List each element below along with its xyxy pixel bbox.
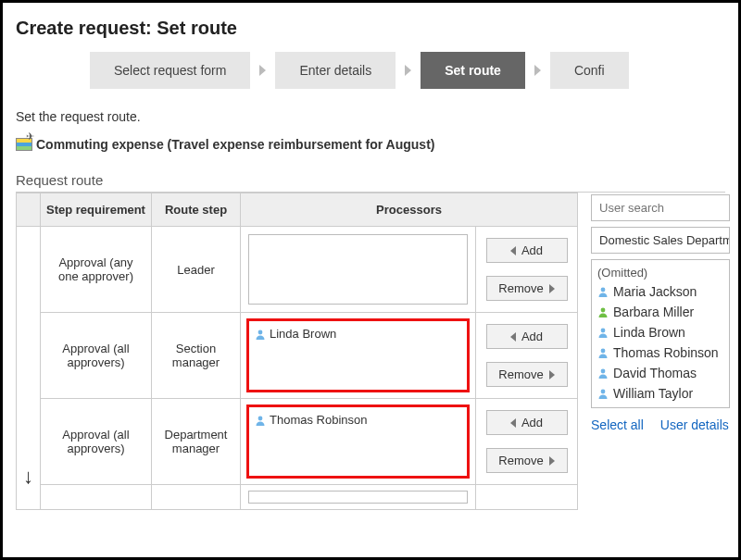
step-requirement: Approval (all approvers): [41, 399, 152, 485]
processors-box[interactable]: Thomas Robinson: [248, 406, 468, 477]
col-header-processors: Processors: [241, 193, 578, 227]
user-icon: [597, 327, 609, 338]
user-name: Maria Jackson: [613, 284, 697, 299]
remove-button[interactable]: Remove: [486, 448, 568, 473]
list-item[interactable]: William Taylor: [597, 383, 723, 404]
remove-button[interactable]: Remove: [486, 362, 568, 387]
user-details-link[interactable]: User details: [660, 417, 729, 432]
processors-box[interactable]: Linda Brown: [248, 320, 468, 391]
svg-point-5: [601, 349, 606, 354]
list-item[interactable]: Linda Brown: [597, 322, 723, 342]
col-header-route-step: Route step: [152, 193, 241, 227]
list-item[interactable]: Barbara Miller: [597, 302, 723, 322]
user-icon: [255, 415, 266, 426]
route-table: Step requirement Route step Processors ↓…: [16, 193, 578, 510]
svg-point-2: [601, 288, 606, 292]
svg-point-7: [601, 390, 606, 394]
add-button[interactable]: Add: [486, 238, 568, 263]
svg-point-1: [258, 416, 263, 420]
svg-point-6: [601, 369, 606, 374]
route-step-name: Leader: [152, 227, 241, 313]
user-icon: [597, 286, 609, 297]
user-icon: [255, 329, 266, 340]
processors-box[interactable]: [248, 234, 468, 305]
add-label: Add: [521, 243, 543, 257]
processors-box[interactable]: [248, 491, 468, 504]
department-select[interactable]: Domestic Sales Departm: [591, 227, 730, 254]
user-name: Barbara Miller: [613, 305, 694, 319]
processor-name: Linda Brown: [270, 327, 336, 341]
svg-point-0: [258, 330, 263, 334]
route-step-name: Department manager: [152, 399, 241, 485]
triangle-left-icon: [510, 246, 516, 255]
user-name: Linda Brown: [613, 325, 685, 340]
user-name: David Thomas: [613, 366, 697, 380]
step-requirement: Approval (any one approver): [41, 227, 152, 313]
remove-label: Remove: [498, 367, 543, 381]
travel-expense-icon: [16, 138, 32, 151]
list-item[interactable]: David Thomas: [597, 363, 723, 383]
processor-name: Thomas Robinson: [270, 413, 368, 427]
user-icon: [597, 306, 609, 317]
route-step-name: Section manager: [152, 313, 241, 399]
user-icon: [597, 367, 609, 379]
remove-label: Remove: [498, 454, 543, 467]
list-item[interactable]: Thomas Robinson: [597, 342, 723, 363]
triangle-left-icon: [510, 418, 516, 428]
step-requirement: Approval (all approvers): [41, 313, 152, 399]
user-list[interactable]: (Omitted) Maria JacksonBarbara MillerLin…: [591, 259, 730, 408]
processor-item[interactable]: Thomas Robinson: [255, 411, 461, 429]
table-row: [17, 485, 578, 510]
select-all-link[interactable]: Select all: [591, 417, 644, 432]
search-input[interactable]: [591, 194, 730, 221]
triangle-right-icon: [549, 370, 555, 380]
chevron-right-icon: [534, 65, 541, 76]
table-row: ↓ Approval (any one approver) Leader Add: [17, 227, 578, 313]
svg-point-3: [601, 308, 606, 313]
flow-arrow-cell: ↓: [17, 227, 41, 510]
user-name: Thomas Robinson: [613, 345, 719, 360]
add-button[interactable]: Add: [486, 410, 568, 435]
user-name: William Taylor: [613, 386, 693, 401]
step-select-form[interactable]: Select request form: [90, 52, 250, 89]
arrow-down-icon: ↓: [23, 465, 33, 489]
user-icon: [597, 347, 609, 358]
request-form-name: Commuting expense (Travel expense reimbu…: [36, 137, 434, 152]
triangle-left-icon: [510, 332, 516, 342]
chevron-right-icon: [405, 65, 411, 76]
col-header-requirement: Step requirement: [41, 193, 152, 227]
step-confirm[interactable]: Confi: [550, 52, 629, 89]
step-enter-details[interactable]: Enter details: [275, 52, 396, 89]
add-label: Add: [521, 330, 543, 343]
table-row: Approval (all approvers) Department mana…: [17, 399, 578, 485]
svg-point-4: [601, 329, 606, 333]
chevron-right-icon: [259, 65, 266, 76]
col-header-blank: [17, 193, 41, 227]
remove-button[interactable]: Remove: [486, 276, 568, 301]
section-heading: Request route: [16, 172, 725, 193]
triangle-right-icon: [549, 456, 555, 466]
remove-label: Remove: [498, 281, 543, 295]
user-icon: [597, 388, 609, 399]
wizard-steps: Select request form Enter details Set ro…: [16, 52, 725, 89]
table-row: Approval (all approvers) Section manager…: [17, 313, 578, 399]
instruction-text: Set the request route.: [16, 109, 725, 124]
page-title: Create request: Set route: [16, 18, 725, 39]
omitted-label: (Omitted): [597, 264, 723, 281]
list-item[interactable]: Maria Jackson: [597, 281, 723, 302]
processor-item[interactable]: Linda Brown: [255, 325, 461, 342]
user-search-panel: Domestic Sales Departm (Omitted) Maria J…: [591, 193, 730, 432]
triangle-right-icon: [549, 284, 555, 293]
add-label: Add: [521, 416, 543, 429]
add-button[interactable]: Add: [486, 324, 568, 349]
step-set-route[interactable]: Set route: [421, 52, 525, 89]
